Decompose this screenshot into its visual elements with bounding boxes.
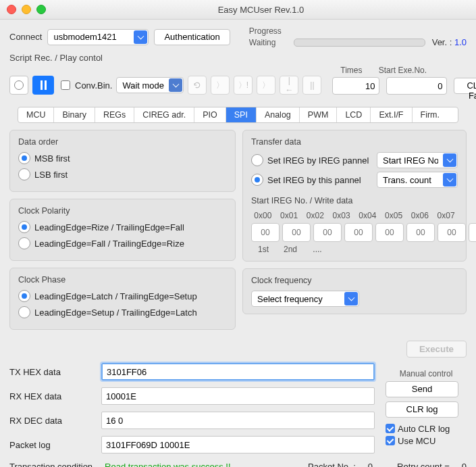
startexe-label: Start Exe.No. <box>377 66 428 75</box>
retry-label: Retry count = <box>397 462 450 467</box>
pause2-button[interactable]: || <box>302 76 321 95</box>
write-data-7[interactable] <box>469 223 476 242</box>
step-fwd-button[interactable]: 〉! <box>234 76 253 95</box>
rx-label: RX HEX data <box>9 391 90 401</box>
tab-analog[interactable]: Analog <box>257 107 300 122</box>
tabs: MCUBinaryREGsCIREG adr.PIOSPIAnalogPWMLC… <box>18 107 458 123</box>
tab-pwm[interactable]: PWM <box>300 107 338 122</box>
retry-value: 0 <box>462 462 467 467</box>
minimize-window[interactable] <box>22 5 31 14</box>
write-data-1[interactable] <box>282 223 311 242</box>
transaction-condition-label: Transaction condition <box>9 462 92 467</box>
progress-status: Waiting <box>249 38 287 47</box>
tab-pio[interactable]: PIO <box>194 107 226 122</box>
msb-radio[interactable]: MSB first <box>18 152 227 164</box>
close-window[interactable] <box>7 5 16 14</box>
connect-label: Connect <box>9 32 42 42</box>
times-input[interactable] <box>332 77 379 95</box>
tab-spi[interactable]: SPI <box>226 107 257 122</box>
auto-clr-checkbox[interactable]: Auto CLR log <box>386 424 467 434</box>
this-pannel-radio[interactable]: Set IREG by this pannel <box>251 174 370 186</box>
write-data-0[interactable] <box>251 223 280 242</box>
execute-button[interactable]: Execute <box>406 341 467 358</box>
clr-log-button[interactable]: CLR log <box>386 401 458 418</box>
skip-back-button[interactable]: |← <box>280 76 298 95</box>
pause-button[interactable] <box>32 76 54 95</box>
ireg-pannel-radio[interactable]: Set IREG by IREG pannel <box>251 154 370 166</box>
tab-regs[interactable]: REGs <box>95 107 134 122</box>
script-section-label: Script Rec. / Play contol <box>9 53 467 63</box>
progress-label: Progress <box>249 26 467 36</box>
use-mcu-checkbox[interactable]: Use MCU <box>386 436 467 446</box>
step-alt-button[interactable]: 〉 <box>257 76 275 95</box>
mode-select[interactable]: Wait mode <box>116 77 184 93</box>
tx-label: TX HEX data <box>9 367 90 377</box>
packet-log-input[interactable] <box>101 436 375 453</box>
packet-no-value: 0 <box>368 462 373 467</box>
manual-control-label: Manual control <box>386 369 467 378</box>
write-data-label: Start IREG No. / Write data <box>251 196 458 205</box>
clr-fail-button[interactable]: CLR Fail <box>454 78 476 94</box>
record-button[interactable] <box>9 76 28 95</box>
lsb-radio[interactable]: LSB first <box>18 168 227 180</box>
write-data-4[interactable] <box>375 223 404 242</box>
zoom-window[interactable] <box>36 5 46 14</box>
clock-freq-select[interactable]: Select frequency <box>251 291 359 307</box>
reload-button[interactable] <box>188 76 207 95</box>
write-data-5[interactable] <box>406 223 435 242</box>
tab-firm-[interactable]: Firm. <box>413 107 448 122</box>
trans-count-select[interactable]: Trans. count <box>377 172 458 188</box>
rx-hex-input[interactable] <box>101 387 375 405</box>
pol-opt1-radio[interactable]: LeadingEdge=Rize / TrailingEdge=Fall <box>18 221 227 233</box>
tab-mcu[interactable]: MCU <box>18 107 54 122</box>
clock-freq-box: Clock frequency Select frequency <box>242 268 467 314</box>
clock-polarity-box: Clock Polarity LeadingEdge=Rize / Traili… <box>9 199 236 261</box>
record-icon <box>14 80 24 90</box>
progress-bar <box>294 39 425 47</box>
start-ireg-select[interactable]: Start IREG No. <box>377 152 458 168</box>
transfer-data-box: Transfer data Set IREG by IREG pannel St… <box>242 130 467 262</box>
pol-opt2-radio[interactable]: LeadingEdge=Fall / TrailingEdge=Rize <box>18 237 227 249</box>
tab-lcd[interactable]: LCD <box>337 107 371 122</box>
tab-ext-i-f[interactable]: Ext.I/F <box>371 107 412 122</box>
startexe-input[interactable] <box>386 77 447 95</box>
times-label: Times <box>332 66 370 75</box>
version-label: Ver. : 1.0 <box>432 37 467 47</box>
rx-dec-input[interactable] <box>101 412 375 429</box>
write-data-2[interactable] <box>313 223 342 242</box>
window-title: Easy MCUser Rev.1.0 <box>53 5 469 15</box>
data-order-box: Data order MSB first LSB first <box>9 130 236 192</box>
tab-cireg-adr-[interactable]: CIREG adr. <box>134 107 194 122</box>
packet-no-label: Packet No. : <box>308 462 356 467</box>
write-data-3[interactable] <box>344 223 373 242</box>
tx-hex-input[interactable] <box>101 363 375 380</box>
connect-select[interactable]: usbmodem1421 <box>47 29 149 45</box>
step-back-button[interactable]: 〉 <box>211 76 230 95</box>
phase-opt2-radio[interactable]: LeadingEdge=Setup / TrailingEdge=Latch <box>18 306 227 318</box>
rxdec-label: RX DEC data <box>9 416 90 426</box>
tab-binary[interactable]: Binary <box>54 107 95 122</box>
phase-opt1-radio[interactable]: LeadingEdge=Latch / TrailingEdge=Setup <box>18 290 227 302</box>
write-data-6[interactable] <box>438 223 466 242</box>
pktlog-label: Packet log <box>9 440 90 450</box>
send-button[interactable]: Send <box>386 381 458 397</box>
authentication-button[interactable]: Authentication <box>154 29 230 45</box>
transaction-message: Read transaction was success !! <box>105 462 230 467</box>
convbin-checkbox[interactable]: Conv.Bin. <box>58 78 112 92</box>
clock-phase-box: Clock Phase LeadingEdge=Latch / Trailing… <box>9 268 236 330</box>
